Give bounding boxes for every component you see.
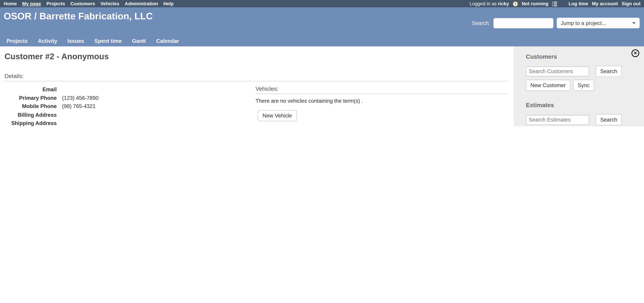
log-time-link[interactable]: Log time — [568, 1, 588, 6]
customer-details: Email Primary Phone (123) 456-7890 Mobil… — [3, 86, 256, 126]
logged-in-as: Logged in asricky — [470, 1, 509, 6]
customers-actions-row: New Customer Sync — [526, 80, 644, 91]
vehicles-section: Vehicles: There are no vehicles containi… — [256, 86, 508, 126]
tab-spent-time[interactable]: Spent time — [94, 38, 122, 44]
estimates-search-input[interactable] — [526, 115, 589, 125]
detail-value — [57, 111, 62, 119]
search-label: Search: — [472, 20, 490, 26]
top-menu-right: Logged in asricky Not running Log time — [470, 1, 640, 6]
detail-value: (123) 456-7890 — [57, 94, 98, 102]
top-menu-help[interactable]: Help — [163, 1, 174, 6]
tab-projects[interactable]: Projects — [6, 38, 28, 44]
jump-to-project-select[interactable]: Jump to a project... — [557, 18, 640, 28]
customers-search-row: Search — [526, 66, 644, 77]
estimates-search-button[interactable]: Search — [596, 114, 622, 125]
detail-label: Shipping Address — [3, 119, 57, 126]
sign-out-link[interactable]: Sign out — [622, 1, 640, 6]
chevron-down-icon — [632, 22, 636, 24]
details-section-label: Details: — [4, 73, 508, 80]
detail-label: Mobile Phone — [3, 102, 57, 111]
header-band: OSOR / Barrette Fabrication, LLC Search:… — [0, 7, 644, 46]
logged-in-prefix: Logged in as — [470, 1, 496, 6]
main-content: Customer #2 - Anonymous Details: Email P… — [0, 46, 514, 126]
main-tabs: Projects Activity Issues Spent time Gant… — [6, 38, 179, 44]
detail-value: (98) 765-4321 — [57, 102, 96, 111]
details-and-vehicles: Email Primary Phone (123) 456-7890 Mobil… — [3, 86, 508, 126]
customer-heading: Customer #2 - Anonymous — [4, 51, 508, 61]
detail-value — [57, 86, 62, 94]
top-menu-administration[interactable]: Administration — [124, 1, 158, 6]
customers-search-button[interactable]: Search — [596, 66, 622, 77]
detail-label: Billing Address — [3, 111, 57, 119]
vehicles-divider — [256, 94, 508, 94]
username: ricky — [498, 1, 509, 6]
search-input[interactable] — [493, 18, 553, 28]
detail-row-primary-phone: Primary Phone (123) 456-7890 — [3, 94, 256, 102]
timer-status[interactable]: Not running — [522, 1, 548, 6]
top-menu-home[interactable]: Home — [4, 1, 17, 6]
my-account-link[interactable]: My account — [592, 1, 618, 6]
estimates-search-row: Search — [526, 114, 644, 125]
top-menu-projects[interactable]: Projects — [46, 1, 65, 6]
detail-value — [57, 119, 62, 126]
page-body: Customer #2 - Anonymous Details: Email P… — [0, 46, 644, 126]
new-vehicle-button[interactable]: New Vehicle — [258, 110, 297, 121]
time-entries-list-icon[interactable] — [552, 1, 557, 6]
close-icon[interactable]: ✕ — [632, 49, 640, 57]
vehicles-empty-text: There are no vehicles containing the ter… — [256, 98, 508, 104]
detail-label: Primary Phone — [3, 94, 57, 102]
top-menu-vehicles[interactable]: Vehicles — [100, 1, 120, 6]
sidebar: ✕ Customers Search New Customer Sync Est… — [514, 46, 644, 126]
tab-gantt[interactable]: Gantt — [132, 38, 146, 44]
app-window: Home My page Projects Customers Vehicles… — [0, 0, 644, 126]
detail-label: Email — [3, 86, 57, 94]
tab-issues[interactable]: Issues — [68, 38, 84, 44]
detail-row-billing-address: Billing Address — [3, 111, 256, 119]
sidebar-estimates-heading: Estimates — [526, 102, 644, 109]
vehicles-section-label: Vehicles: — [256, 86, 508, 92]
sync-button[interactable]: Sync — [573, 80, 594, 91]
detail-row-mobile-phone: Mobile Phone (98) 765-4321 — [3, 102, 256, 111]
top-menu-customers[interactable]: Customers — [70, 1, 95, 6]
sidebar-customers-heading: Customers — [526, 54, 644, 60]
header-search-area: Search: Jump to a project... — [472, 18, 640, 28]
detail-row-shipping-address: Shipping Address — [3, 119, 256, 126]
new-customer-button[interactable]: New Customer — [526, 80, 570, 91]
top-menu-my-page[interactable]: My page — [22, 1, 41, 6]
tab-activity[interactable]: Activity — [38, 38, 57, 44]
details-divider — [3, 81, 508, 81]
detail-row-email: Email — [3, 86, 256, 94]
tab-calendar[interactable]: Calendar — [156, 38, 179, 44]
top-menu-left: Home My page Projects Customers Vehicles… — [4, 1, 174, 6]
customers-search-input[interactable] — [526, 66, 589, 76]
jump-to-project-value: Jump to a project... — [561, 20, 606, 26]
timer-clock-icon — [512, 1, 518, 6]
top-menu-bar: Home My page Projects Customers Vehicles… — [0, 0, 644, 7]
